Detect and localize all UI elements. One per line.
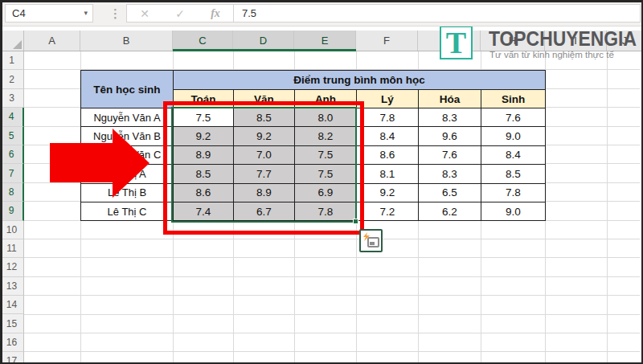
grade-table: Tên học sinh Điểm trung bình môn học Toá… — [80, 70, 546, 221]
row-header-9[interactable]: 9 — [0, 202, 24, 220]
cell-d7[interactable]: 7.7 — [234, 165, 295, 183]
column-header-b[interactable]: B — [80, 31, 173, 51]
cell-g8[interactable]: 6.5 — [419, 183, 481, 202]
formula-input[interactable]: 7.5 — [234, 7, 640, 19]
insert-function-icon[interactable]: fx — [198, 7, 233, 20]
row-header-1[interactable]: 1 — [0, 51, 24, 70]
cell-d9[interactable]: 6.7 — [234, 202, 295, 220]
cell-c9[interactable]: 7.4 — [174, 202, 234, 220]
row-header-16[interactable]: 16 — [0, 333, 24, 352]
cell-f4[interactable]: 7.8 — [357, 108, 419, 127]
logo-tagline: Tư vấn từ kinh nghiệm thực tế — [489, 50, 614, 59]
cell-e6[interactable]: 7.5 — [295, 145, 357, 164]
name-box[interactable]: C4 ▾ — [5, 4, 93, 22]
cell-g7[interactable]: 8.3 — [419, 165, 481, 183]
cell-g5[interactable]: 9.6 — [419, 127, 481, 145]
cell-e3-subject[interactable]: Anh — [295, 90, 357, 108]
cell-h8[interactable]: 7.8 — [481, 183, 546, 202]
column-header-a[interactable]: A — [24, 31, 80, 51]
row-header-10[interactable]: 10 — [0, 221, 24, 239]
row-header-band: 1 2 3 4 5 6 7 8 9 10 11 12 13 14 15 16 1… — [0, 51, 24, 364]
cell-e8[interactable]: 6.9 — [295, 183, 357, 202]
quick-analysis-lightning-icon — [362, 232, 371, 242]
cell-d4[interactable]: 8.5 — [234, 108, 295, 127]
column-header-c[interactable]: C — [173, 31, 233, 51]
row-header-5[interactable]: 5 — [0, 127, 24, 145]
more-options-icon[interactable]: ⋮ — [109, 4, 121, 22]
cell-c8[interactable]: 8.6 — [174, 183, 234, 202]
cell-c3-subject[interactable]: Toán — [174, 90, 234, 108]
cell-f6[interactable]: 8.6 — [357, 145, 419, 164]
cell-h6[interactable]: 8.4 — [481, 145, 546, 164]
cell-e4[interactable]: 8.0 — [295, 108, 357, 127]
row-header-14[interactable]: 14 — [0, 296, 24, 314]
select-all-button[interactable] — [0, 31, 24, 51]
row-header-13[interactable]: 13 — [0, 277, 24, 296]
cell-h5[interactable]: 9.0 — [481, 127, 546, 145]
column-header-d[interactable]: D — [233, 31, 294, 51]
row-header-7[interactable]: 7 — [0, 164, 24, 182]
cell-h9[interactable]: 9.0 — [481, 202, 546, 220]
row-header-3[interactable]: 3 — [0, 89, 24, 108]
formula-bar: ✕ ✓ fx 7.5 — [126, 4, 641, 22]
row-header-8[interactable]: 8 — [0, 183, 24, 202]
cell-b2-name-header[interactable]: Tên học sinh — [81, 71, 174, 108]
column-header-e[interactable]: E — [294, 31, 356, 51]
select-all-triangle-icon — [13, 40, 22, 49]
cell-e9[interactable]: 7.8 — [295, 202, 357, 220]
cell-h7[interactable]: 8.5 — [481, 165, 546, 183]
cell-c5[interactable]: 9.2 — [174, 127, 234, 145]
quick-analysis-button[interactable] — [359, 229, 383, 252]
logo-title: TOPCHUYENGIA — [489, 27, 637, 51]
row-header-4[interactable]: 4 — [0, 108, 24, 126]
cell-f8[interactable]: 9.2 — [357, 183, 419, 202]
name-box-dropdown-icon[interactable]: ▾ — [84, 5, 88, 22]
enter-icon[interactable]: ✓ — [162, 7, 198, 20]
cell-f5[interactable]: 8.4 — [357, 127, 419, 145]
cell-c6[interactable]: 8.9 — [174, 145, 234, 164]
cell-c7[interactable]: 8.5 — [174, 165, 234, 183]
formula-bar-row: C4 ▾ ⋮ ✕ ✓ fx 7.5 — [0, 0, 643, 27]
cell-g4[interactable]: 8.3 — [419, 108, 481, 127]
cell-g6[interactable]: 7.6 — [419, 145, 481, 164]
excel-window: C4 ▾ ⋮ ✕ ✓ fx 7.5 A B C D E F G H I J — [0, 0, 643, 364]
cell-e5[interactable]: 8.2 — [295, 127, 357, 145]
row-header-2[interactable]: 2 — [0, 70, 24, 88]
row-header-11[interactable]: 11 — [0, 239, 24, 258]
cell-f9[interactable]: 7.2 — [357, 202, 419, 220]
annotation-red-arrow-icon — [50, 129, 149, 198]
row-header-15[interactable]: 15 — [0, 314, 24, 333]
cell-f3-subject[interactable]: Lý — [357, 90, 419, 108]
cancel-icon[interactable]: ✕ — [127, 7, 162, 20]
cell-g9[interactable]: 6.2 — [419, 202, 481, 220]
topchuyengia-logo-icon: T — [440, 26, 473, 59]
cell-b9[interactable]: Lê Thị C — [81, 202, 174, 220]
cell-d3-subject[interactable]: Văn — [234, 90, 295, 108]
name-box-value: C4 — [12, 7, 26, 19]
cell-h4[interactable]: 7.6 — [481, 108, 546, 127]
column-header-f[interactable]: F — [356, 31, 418, 51]
row-header-6[interactable]: 6 — [0, 145, 24, 164]
cell-g3-subject[interactable]: Hóa — [419, 90, 481, 108]
cell-f7[interactable]: 8.1 — [357, 165, 419, 183]
cell-d6[interactable]: 7.0 — [234, 145, 295, 164]
cell-c2-group-header[interactable]: Điểm trung bình môn học — [174, 71, 546, 90]
selected-columns-underline — [173, 49, 356, 51]
logo-monogram: T — [446, 27, 466, 58]
row-header-17[interactable]: 17 — [0, 352, 24, 364]
gridline-i-j — [607, 51, 608, 362]
cell-d5[interactable]: 9.2 — [234, 127, 295, 145]
cell-h3-subject[interactable]: Sinh — [481, 90, 546, 108]
cell-b4[interactable]: Nguyễn Văn A — [81, 108, 174, 127]
row-header-12[interactable]: 12 — [0, 258, 24, 276]
cell-e7[interactable]: 7.5 — [295, 165, 357, 183]
cell-d8[interactable]: 8.9 — [234, 183, 295, 202]
cell-c4-active[interactable]: 7.5 — [174, 108, 234, 127]
